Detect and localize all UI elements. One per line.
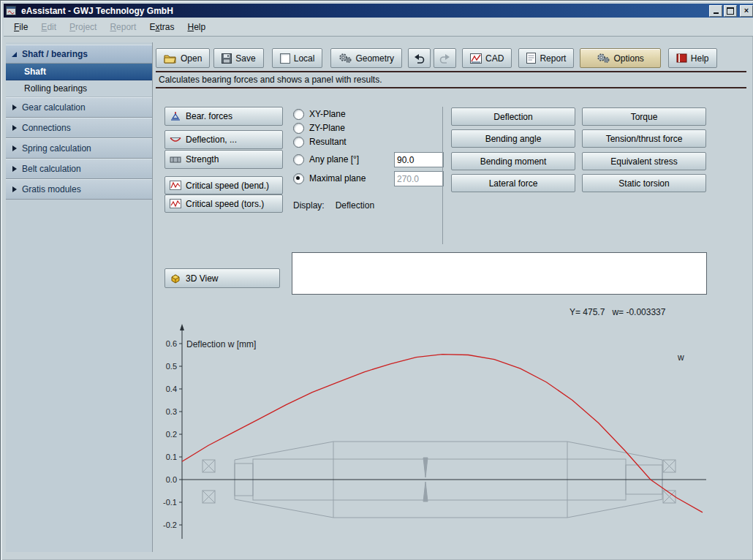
report-button[interactable]: Report — [518, 48, 574, 68]
result-bending-angle-button[interactable]: Bending angle — [451, 129, 575, 148]
sidebar-item-label: Rolling bearings — [24, 83, 87, 94]
menu-help[interactable]: Help — [181, 20, 212, 34]
options-button[interactable]: Options — [580, 48, 660, 68]
result-equivalent-stress-button[interactable]: Equivalent stress — [582, 152, 706, 170]
window-controls: × — [709, 5, 753, 17]
maximize-icon — [727, 7, 734, 15]
deflection-curve-icon — [170, 135, 181, 145]
critical-speed-curve-icon — [170, 199, 181, 208]
center-pin-bottom — [423, 482, 428, 502]
red-book-icon — [676, 53, 687, 63]
toolbar-separator-rule — [156, 71, 746, 72]
strength-section-icon — [170, 155, 181, 164]
menubar: File Edit Project Report Extras Help — [4, 18, 753, 37]
redo-arrow-icon — [439, 53, 451, 64]
deflection-chart[interactable]: 0.60.50.40.30.20.10.0-0.1-0.2 Deflection… — [154, 322, 724, 550]
local-toggle[interactable]: Local — [272, 48, 323, 68]
cursor-readout: Y= 475.7 w= -0.003337 — [570, 307, 665, 317]
sidebar-section-gear-calculation[interactable]: Gear calculation — [6, 97, 152, 118]
sidebar-section-label: Gratis modules — [22, 184, 81, 194]
deflection-calc-button[interactable]: Deflection, ... — [164, 130, 283, 149]
menu-extras[interactable]: Extras — [143, 20, 181, 34]
bearing-support-icon — [170, 112, 181, 121]
bearing-symbol-left — [203, 460, 215, 503]
radio-label: Maximal plane — [309, 173, 366, 183]
display-row: Display: Deflection — [293, 200, 374, 211]
any-plane-input[interactable] — [394, 152, 444, 167]
deflection-calc-label: Deflection, ... — [186, 135, 237, 145]
cad-drawing-icon — [470, 53, 482, 64]
sidebar-section-label: Shaft / bearings — [22, 49, 88, 59]
radio-icon[interactable] — [293, 137, 304, 148]
sidebar-item-shaft[interactable]: Shaft — [6, 64, 152, 80]
chart-series — [182, 355, 703, 512]
menu-file[interactable]: File — [7, 20, 34, 34]
status-text: Calculates bearing forces and shows a pa… — [159, 75, 382, 85]
radio-any-plane[interactable]: Any plane [°] — [293, 154, 359, 165]
radio-selected-icon[interactable] — [293, 173, 304, 184]
open-button[interactable]: Open — [156, 48, 210, 68]
minimize-button[interactable] — [709, 5, 722, 17]
sidebar: Shaft / bearings Shaft Rolling bearings … — [6, 42, 153, 552]
radio-icon[interactable] — [293, 154, 304, 165]
radio-zy-plane[interactable]: ZY-Plane — [293, 122, 345, 134]
geometry-button[interactable]: Geometry — [330, 48, 402, 68]
open-folder-icon — [164, 53, 177, 64]
save-button[interactable]: Save — [213, 48, 263, 68]
maximize-button[interactable] — [724, 5, 737, 17]
collapsed-triangle-icon — [12, 186, 17, 192]
svg-text:0.4: 0.4 — [166, 385, 177, 393]
cad-label: CAD — [485, 53, 504, 64]
chart-series-label: w — [677, 352, 684, 363]
display-value: Deflection — [336, 200, 374, 211]
radio-resultant[interactable]: Resultant — [293, 136, 347, 148]
sidebar-item-rolling-bearings[interactable]: Rolling bearings — [6, 80, 152, 97]
collapsed-triangle-icon — [12, 105, 17, 110]
undo-arrow-icon — [413, 53, 425, 64]
undo-button[interactable] — [408, 48, 431, 68]
result-torque-button[interactable]: Torque — [582, 107, 706, 126]
window-title: eAssistant - GWJ Technology GmbH — [21, 6, 173, 16]
bearing-symbol-right — [663, 460, 676, 503]
radio-label: Resultant — [309, 137, 347, 147]
result-bending-moment-button[interactable]: Bending moment — [451, 152, 575, 170]
expanded-triangle-icon — [12, 52, 17, 57]
radio-icon[interactable] — [293, 123, 304, 134]
sidebar-section-label: Gear calculation — [22, 102, 86, 113]
sidebar-section-connections[interactable]: Connections — [6, 118, 152, 138]
radio-label: Any plane [°] — [309, 154, 359, 164]
display-label: Display: — [293, 200, 325, 211]
radio-icon[interactable] — [293, 109, 304, 120]
local-checkbox[interactable] — [280, 53, 290, 64]
result-deflection-button[interactable]: Deflection — [451, 107, 575, 126]
strength-button[interactable]: Strength — [164, 150, 283, 169]
radio-xy-plane[interactable]: XY-Plane — [293, 108, 346, 120]
options-label: Options — [613, 53, 643, 64]
cad-button[interactable]: CAD — [462, 48, 512, 68]
report-label: Report — [540, 53, 566, 64]
gears-icon — [597, 53, 610, 64]
sidebar-section-belt-calculation[interactable]: Belt calculation — [6, 159, 152, 179]
help-button[interactable]: Help — [668, 48, 717, 68]
sidebar-section-spring-calculation[interactable]: Spring calculation — [6, 138, 152, 159]
critical-speed-tors-button[interactable]: Critical speed (tors.) — [164, 194, 283, 213]
bear-forces-button[interactable]: Bear. forces — [164, 107, 283, 126]
result-label: Tension/thrust force — [606, 134, 683, 144]
close-button[interactable]: × — [740, 5, 753, 17]
result-tension-thrust-button[interactable]: Tension/thrust force — [582, 129, 706, 148]
result-label: Lateral force — [489, 178, 538, 189]
radio-label: ZY-Plane — [309, 123, 345, 133]
sidebar-section-gratis-modules[interactable]: Gratis modules — [6, 179, 152, 200]
view-3d-button[interactable]: 3D View — [164, 268, 280, 288]
result-lateral-force-button[interactable]: Lateral force — [451, 174, 575, 192]
app-icon — [6, 6, 16, 15]
collapsed-triangle-icon — [12, 145, 17, 151]
result-static-torsion-button[interactable]: Static torsion — [582, 174, 706, 192]
critical-speed-bend-button[interactable]: Critical speed (bend.) — [164, 176, 283, 194]
sidebar-section-shaft-bearings[interactable]: Shaft / bearings — [6, 45, 152, 64]
svg-text:0.2: 0.2 — [166, 430, 177, 439]
strength-label: Strength — [186, 154, 219, 164]
radio-maximal-plane[interactable]: Maximal plane — [293, 173, 366, 184]
geometry-label: Geometry — [355, 53, 394, 64]
menu-edit: Edit — [34, 20, 63, 34]
